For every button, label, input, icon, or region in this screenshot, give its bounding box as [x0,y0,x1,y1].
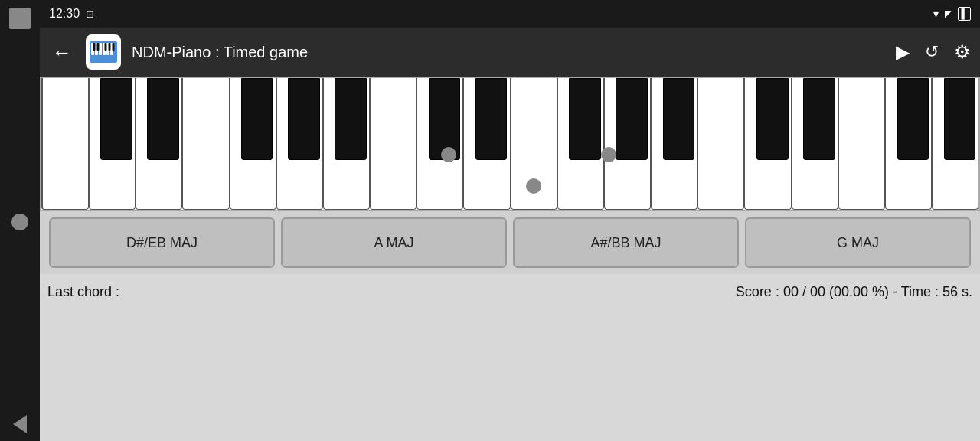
app-title: NDM-Piano : Timed game [132,44,885,61]
info-bar: Last chord : Score : 00 / 00 (00.00 %) -… [40,274,980,309]
settings-button[interactable]: ⚙ [954,41,971,63]
main-content: 12:30 ⊡ ▾ ◤ ▌ ← [40,0,980,441]
battery-icon: ▌ [958,7,971,21]
white-key-12[interactable] [557,78,604,210]
chord-button-3[interactable]: G MAJ [745,217,971,268]
sim-icon: ⊡ [86,8,94,20]
white-key-19[interactable] [885,78,932,210]
signal-icon: ◤ [945,8,952,19]
sidebar-square [9,8,31,29]
white-key-13[interactable] [604,78,651,210]
back-button[interactable]: ← [49,38,75,67]
score-time-label: Score : 00 / 00 (00.00 %) - Time : 56 s. [736,284,972,300]
piano-dot-3 [526,178,541,194]
wifi-icon: ▾ [933,8,939,20]
app-header: ← NDM-Piano : Timed game ▶ ↺ ⚙ [40,28,980,77]
white-key-1[interactable] [41,78,89,210]
white-key-17[interactable] [792,78,838,210]
piano-wrapper [41,78,978,210]
last-chord-label: Last chord : [47,284,119,300]
white-key-15[interactable] [697,78,744,210]
chord-button-2[interactable]: A#/BB MAJ [513,217,739,268]
svg-rect-7 [93,43,96,51]
white-key-9[interactable] [416,78,463,210]
play-button[interactable]: ▶ [896,41,910,63]
svg-rect-11 [113,43,115,51]
status-time: 12:30 [49,7,80,21]
chord-button-1[interactable]: A MAJ [281,217,507,268]
white-keys [41,78,978,210]
piano-dot-2 [601,147,616,162]
white-key-4[interactable] [182,78,229,210]
bottom-space [40,309,980,441]
right-sidebar [0,0,40,441]
white-key-2[interactable] [89,78,136,210]
white-key-7[interactable] [323,78,370,210]
status-left: 12:30 ⊡ [49,7,94,21]
svg-rect-9 [105,43,107,51]
white-key-14[interactable] [651,78,697,210]
white-key-6[interactable] [276,78,323,210]
white-key-8[interactable] [370,78,416,210]
sidebar-circle [11,214,28,230]
status-right: ▾ ◤ ▌ [933,7,971,21]
white-key-3[interactable] [136,78,182,210]
white-key-20[interactable] [932,78,978,210]
white-key-16[interactable] [744,78,791,210]
app-icon [86,34,121,70]
status-bar: 12:30 ⊡ ▾ ◤ ▌ [40,0,980,28]
chord-buttons: D#/EB MAJ A MAJ A#/BB MAJ G MAJ [40,211,980,274]
svg-rect-10 [109,43,111,51]
piano-dot-1 [441,147,456,162]
piano-section [40,77,980,211]
header-actions: ▶ ↺ ⚙ [896,41,971,63]
white-key-18[interactable] [838,78,885,210]
white-key-5[interactable] [230,78,276,210]
chord-button-0[interactable]: D#/EB MAJ [49,217,275,268]
replay-button[interactable]: ↺ [925,42,939,62]
piano-app-icon-svg [88,37,119,67]
svg-rect-3 [99,43,102,55]
sidebar-back-arrow[interactable] [13,415,27,433]
svg-rect-8 [97,43,100,51]
white-key-10[interactable] [463,78,510,210]
